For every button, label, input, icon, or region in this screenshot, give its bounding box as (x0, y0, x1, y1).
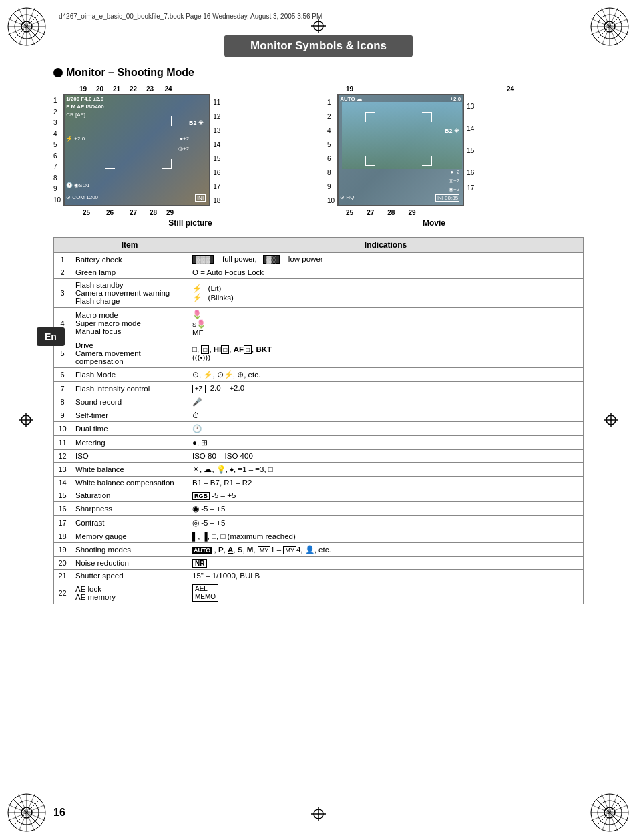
en-badge: En (37, 327, 65, 346)
section-title: Monitor – Shooting Mode (53, 67, 584, 79)
header-text: d4267_oima_e_basic_00_bookfile_7.book Pa… (59, 13, 322, 20)
diagrams-area: 19 20 21 22 23 24 1 2 3 4 5 6 7 8 9 (53, 85, 584, 228)
col-header-indications: Indications (188, 238, 584, 253)
right-num-labels-left: 11 12 13 14 15 16 17 18 (213, 95, 220, 208)
table-row: 20 Noise reduction NR (54, 556, 584, 569)
table-row: 22 AE lock AE memory AELMEMO (54, 582, 584, 604)
right-diag-right-nums: 13 14 15 16 17 (467, 95, 474, 193)
main-content: Monitor Symbols & Icons Monitor – Shooti… (53, 35, 584, 805)
corner-deco-bl (5, 791, 49, 835)
crosshair-right-center (604, 413, 618, 427)
table-row: 12 ISO ISO 80 – ISO 400 (54, 449, 584, 462)
table-row: 4 Macro mode Super macro mode Manual foc… (54, 308, 584, 339)
col-header-num (54, 238, 71, 253)
table-row: 9 Self-timer ⏱ (54, 409, 584, 421)
diagram-left-label: Still picture (53, 218, 307, 228)
crosshair-left-center (19, 413, 33, 427)
table-row: 18 Memory gauge ▌, ▐, □, □ (maximum reac… (54, 530, 584, 542)
bottom-num-labels-left: 25 26 27 28 29 (53, 209, 307, 216)
bottom-num-labels-right: 25 27 28 29 (327, 209, 541, 216)
diagram-row-left: 1 2 3 4 5 6 7 8 9 10 1/200 F4.0 ±2.0 (53, 94, 307, 208)
table-row: 2 Green lamp O = Auto Focus Lock (54, 266, 584, 279)
diagram-row-right: 1 2 4 5 6 8 9 10 AUTO ☁ +2.0 (327, 94, 541, 208)
main-table: Item Indications 1 Battery check ▓▓▓ = f… (53, 237, 584, 604)
table-row: 1 Battery check ▓▓▓ = full power, ▓░ = l… (54, 253, 584, 266)
top-num-labels-left: 19 20 21 22 23 24 (53, 85, 307, 93)
table-row: 7 Flash intensity control ±Z -2.0 – +2.0 (54, 382, 584, 395)
right-diag-left-nums: 1 2 4 5 6 8 9 10 (327, 95, 335, 208)
corner-deco-tr (588, 5, 632, 49)
diagram-still-picture: 19 20 21 22 23 24 1 2 3 4 5 6 7 8 9 (53, 85, 307, 228)
left-num-labels: 1 2 3 4 5 6 7 8 9 10 (53, 95, 61, 206)
diagram-right-label: Movie (327, 218, 541, 228)
table-row: 13 White balance ☀, ☁, 💡, ♦, ≡1 – ≡3, □ (54, 462, 584, 476)
table-row: 3 Flash standby Camera movement warning … (54, 279, 584, 308)
table-row: 17 Contrast ◎ -5 – +5 (54, 515, 584, 530)
table-row: 8 Sound record 🎤 (54, 395, 584, 409)
table-row: 21 Shutter speed 15" – 1/1000, BULB (54, 570, 584, 582)
corner-deco-tl (5, 5, 49, 49)
bullet-icon (53, 68, 63, 77)
table-row: 19 Shooting modes AUTO , P, A, S, M, MY1… (54, 542, 584, 556)
header-bar: d4267_oima_e_basic_00_bookfile_7.book Pa… (53, 7, 584, 25)
corner-deco-br (588, 791, 632, 835)
camera-screen-right: AUTO ☁ +2.0 B2 ✳ ●+2 ◎+2 (337, 94, 464, 206)
table-row: 15 Saturation RGB -5 – +5 (54, 489, 584, 501)
title-banner: Monitor Symbols & Icons (224, 35, 413, 57)
table-row: 14 White balance compensation B1 – B7, R… (54, 476, 584, 489)
table-row: 10 Dual time 🕐 (54, 421, 584, 435)
table-row: 11 Metering ●, ⊞ (54, 435, 584, 449)
col-header-item: Item (71, 238, 188, 253)
diagram-movie: 19 24 1 2 4 5 6 8 9 10 (327, 85, 541, 228)
crosshair-bottom-center (311, 807, 326, 821)
title-banner-wrapper: Monitor Symbols & Icons (53, 35, 584, 57)
table-row: 6 Flash Mode ⊙, ⚡, ⊙⚡, ⊕, etc. (54, 368, 584, 382)
table-row: 16 Sharpness ◉ -5 – +5 (54, 501, 584, 515)
camera-screen-left: 1/200 F4.0 ±2.0 P M AE ISO400 CR [AE] ⚡ … (63, 94, 210, 206)
page-number: 16 (53, 807, 65, 819)
top-num-labels-right: 19 24 (327, 85, 541, 93)
table-row: 5 Drive Camera movement compensation □, … (54, 339, 584, 368)
